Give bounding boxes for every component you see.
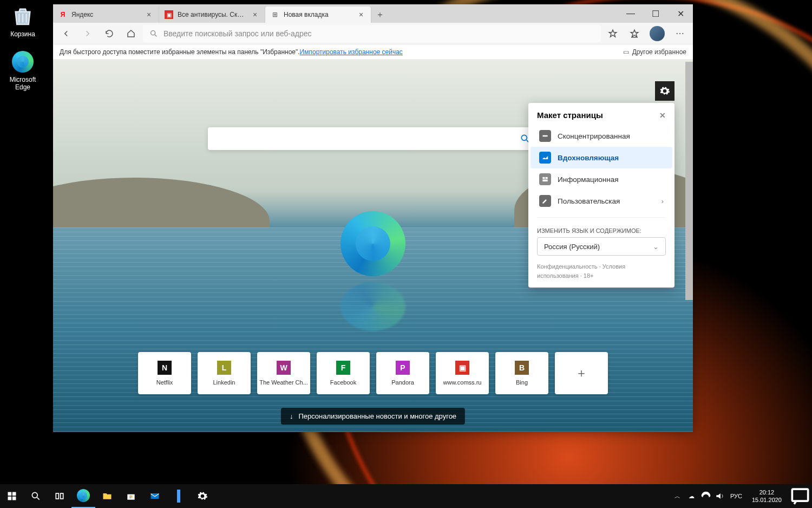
start-button[interactable] [0, 484, 24, 508]
tile-comss[interactable]: ▣www.comss.ru [436, 352, 489, 394]
page-settings-button[interactable] [655, 81, 675, 101]
tile-netflix[interactable]: NNetflix [138, 352, 191, 394]
tile-icon: P [396, 361, 410, 375]
search-button[interactable] [24, 484, 48, 508]
refresh-button[interactable] [100, 24, 119, 43]
tile-label: Facebook [330, 379, 356, 386]
tray-date: 15.01.2020 [752, 496, 782, 504]
layout-info-icon [539, 173, 551, 185]
tab-antivirus[interactable]: ▣ Все антивирусы. Скачать беспл × [159, 6, 265, 23]
tile-icon: L [217, 361, 231, 375]
layout-focus-icon [539, 130, 551, 142]
maximize-button[interactable]: ☐ [643, 4, 668, 23]
taskbar-mail[interactable] [143, 484, 167, 508]
close-icon[interactable]: × [357, 10, 365, 19]
tile-label: www.comss.ru [443, 379, 482, 386]
search-icon [149, 29, 158, 38]
flyout-footer: Конфиденциальность · Условия использован… [528, 256, 675, 280]
favbar-hint: Для быстрого доступа поместите избранные… [60, 48, 300, 56]
layout-option-focused[interactable]: Сконцентрированная [531, 125, 672, 147]
option-label: Сконцентрированная [558, 132, 630, 140]
news-button-label: Персонализированные новости и многое дру… [298, 412, 456, 420]
tile-icon: F [336, 361, 350, 375]
close-icon[interactable]: × [251, 10, 259, 19]
tile-icon: N [158, 361, 172, 375]
tile-bing[interactable]: BBing [495, 352, 548, 394]
minimize-button[interactable]: — [618, 4, 643, 23]
tab-strip: Я Яндекс × ▣ Все антивирусы. Скачать бес… [53, 4, 693, 23]
taskbar-app[interactable] [167, 484, 191, 508]
svg-rect-17 [151, 493, 159, 499]
svg-rect-9 [12, 497, 16, 500]
taskbar-store[interactable] [119, 484, 143, 508]
tile-pandora[interactable]: PPandora [376, 352, 429, 394]
edge-icon [11, 50, 35, 74]
tile-linkedin[interactable]: LLinkedin [198, 352, 251, 394]
tile-icon: B [515, 361, 529, 375]
menu-button[interactable]: ⋯ [670, 24, 690, 43]
tray-volume-icon[interactable] [713, 484, 727, 508]
desktop-recycle-bin[interactable]: Корзина [3, 4, 42, 38]
svg-rect-2 [542, 135, 547, 136]
recycle-bin-label: Корзина [10, 30, 35, 38]
tray-onedrive-icon[interactable]: ☁ [685, 484, 699, 508]
taskbar-edge[interactable] [71, 484, 95, 508]
chevron-right-icon: › [662, 197, 664, 205]
language-select[interactable]: Россия (Русский) ⌄ [537, 237, 666, 256]
edge-icon [77, 489, 90, 502]
taskbar-settings[interactable] [191, 484, 214, 508]
forward-button[interactable] [78, 24, 97, 43]
favorite-star-button[interactable] [603, 24, 623, 43]
system-tray: ︿ ☁ РУС 20:12 15.01.2020 [671, 484, 812, 508]
close-icon[interactable]: ✕ [659, 111, 666, 120]
tile-icon: W [277, 361, 291, 375]
language-label: ИЗМЕНИТЬ ЯЗЫК И СОДЕРЖИМОЕ: [528, 223, 675, 237]
page-layout-flyout: Макет страницы ✕ Сконцентрированная Вдох… [528, 103, 675, 288]
flyout-title: Макет страницы [537, 110, 603, 120]
tile-add[interactable]: ＋ [555, 352, 608, 394]
ntp-search-box[interactable] [208, 127, 538, 150]
svg-rect-8 [8, 497, 12, 500]
plus-icon: ＋ [575, 365, 587, 381]
tile-weather[interactable]: WThe Weather Ch... [257, 352, 310, 394]
svg-rect-14 [131, 496, 132, 497]
option-label: Вдохновляющая [558, 154, 619, 162]
layout-option-custom[interactable]: Пользовательская › [531, 190, 672, 212]
svg-rect-3 [542, 177, 545, 179]
home-button[interactable] [121, 24, 141, 43]
tile-facebook[interactable]: FFacebook [317, 352, 370, 394]
svg-rect-12 [61, 493, 63, 499]
layout-option-inspirational[interactable]: Вдохновляющая [531, 147, 672, 168]
tab-yandex[interactable]: Я Яндекс × [53, 6, 159, 23]
address-bar[interactable]: Введите поисковый запрос или веб-адрес [143, 25, 601, 42]
close-button[interactable]: ✕ [668, 4, 693, 23]
tray-clock[interactable]: 20:12 15.01.2020 [745, 489, 788, 504]
task-view-button[interactable] [48, 484, 71, 508]
svg-rect-7 [12, 492, 16, 496]
tray-network-icon[interactable] [699, 484, 713, 508]
new-tab-button[interactable]: ＋ [371, 6, 389, 23]
layout-inspire-icon [539, 152, 551, 164]
news-expand-button[interactable]: ↓ Персонализированные новости и многое д… [281, 408, 465, 425]
new-tab-page: Макет страницы ✕ Сконцентрированная Вдох… [53, 60, 693, 432]
profile-avatar[interactable] [650, 26, 665, 41]
scrollbar-thumb[interactable] [685, 62, 693, 300]
favorites-menu-button[interactable] [625, 24, 644, 43]
taskbar-explorer[interactable] [95, 484, 119, 508]
svg-rect-5 [542, 180, 547, 182]
favicon-icon: ▣ [165, 10, 173, 19]
other-favorites-button[interactable]: Другое избранное [632, 48, 686, 56]
layout-option-informational[interactable]: Информационная [531, 168, 672, 190]
svg-rect-13 [130, 496, 131, 497]
tab-new-tab[interactable]: ⊞ Новая вкладка × [265, 6, 371, 23]
tray-language[interactable]: РУС [727, 493, 745, 499]
tray-chevron-icon[interactable]: ︿ [671, 484, 685, 508]
import-favorites-link[interactable]: Импортировать избранное сейчас [300, 48, 403, 56]
favicon-icon: Я [58, 10, 67, 19]
action-center-button[interactable] [788, 484, 812, 508]
chevron-down-icon: ↓ [290, 412, 293, 420]
close-icon[interactable]: × [145, 10, 153, 19]
desktop-edge-shortcut[interactable]: Microsoft Edge [3, 50, 42, 91]
back-button[interactable] [56, 24, 76, 43]
tray-time: 20:12 [752, 489, 782, 496]
